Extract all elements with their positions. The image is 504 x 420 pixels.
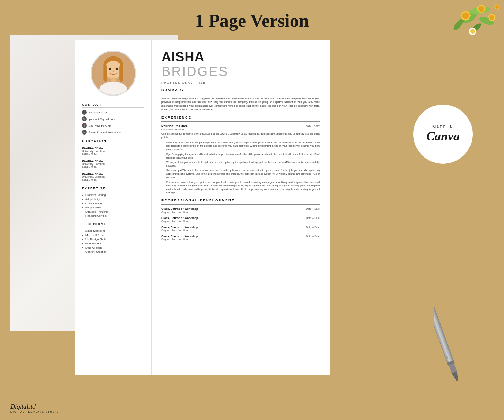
prof-dev-divider [161,204,320,205]
exp-bullet: Since many ATSs permit this because recr… [166,169,320,180]
watermark-subtitle: DIGITAL TEMPLATE STUDIO [10,411,59,413]
prof-dev-org: Organization, Location [161,229,320,232]
technical-skill-item: Content Creation [82,250,144,253]
prof-dev-row: Class, Course or Workshop Date – Date [161,207,320,211]
exp-dates-1: 2014 - 2017 [306,125,320,128]
education-section-title: EDUCATION [82,139,144,144]
edu-entry-1: DEGREE NAME University, Location 2010 – … [82,146,144,156]
edu-years-1: 2010 – 2014 [82,153,144,156]
prof-dev-course: Class, Course or Workshop [161,226,198,229]
technical-skill-item: Microsoft Excel [82,234,144,237]
contact-email-item: ✉ yourmail@gmail.com [82,116,144,121]
expertise-skill-item: Problem Solving [82,193,144,197]
resume-professional-title: PROFESSIONAL TITLE [161,81,320,84]
prof-dev-row: Class, Course or Workshop Date – Date [161,226,320,229]
prof-dev-entry-2: Class, Course or Workshop Date – Date Or… [161,216,320,223]
svg-point-19 [489,15,494,20]
experience-divider [161,121,320,122]
prof-dev-entry-3: Class, Course or Workshop Date – Date Or… [161,226,320,232]
svg-point-38 [105,61,122,79]
summary-text: The best resumes begin with a strong pit… [161,97,320,112]
technical-skill-item: UX Design Skills [82,238,144,241]
prof-dev-org: Organization, Location [161,238,320,241]
svg-point-24 [470,29,475,34]
exp-entry-1: Position Title Here 2014 - 2017 Company,… [161,124,320,195]
summary-divider [161,94,320,94]
exp-bullet: For instance, over a four-year period as… [166,181,320,195]
svg-rect-40 [119,65,123,82]
prof-dev-list: Class, Course or Workshop Date – Date Or… [161,207,320,241]
page-title: 1 Page Version [195,10,309,31]
prof-dev-row: Class, Course or Workshop Date – Date [161,216,320,220]
prof-dev-date: Date – Date [306,216,320,220]
contact-address-item: 📍 123 New York, NY [82,123,144,128]
edu-uni-3: University, Location [82,175,144,178]
experience-heading: EXPERIENCE [161,115,320,119]
svg-point-45 [113,70,114,72]
technical-skill-item: Data Analysis [82,246,144,249]
resume-document: CONTACT 📞 +1 555 555 555 ✉ yourmail@gmai… [75,40,330,375]
contact-section-title: CONTACT [82,103,144,108]
resume-sidebar: CONTACT 📞 +1 555 555 555 ✉ yourmail@gmai… [75,40,152,375]
pen-decoration [424,281,476,385]
edu-degree-1: DEGREE NAME [82,146,144,150]
prof-dev-course: Class, Course or Workshop [161,235,198,238]
edu-uni-1: University, Location [82,150,144,153]
edu-years-3: 2014 – 2018 [82,178,144,182]
expertise-skill-item: Handling Conflict [82,214,144,217]
location-icon: 📍 [82,123,87,128]
prof-dev-date: Date – Date [306,207,320,211]
prof-dev-row: Class, Course or Workshop Date – Date [161,235,320,238]
contact-address: 123 New York, NY [89,124,112,127]
svg-point-9 [462,12,469,19]
contact-email: yourmail@gmail.com [89,117,115,121]
summary-heading: SUMMARY [161,88,320,92]
edu-entry-3: DEGREE NAME University, Location 2014 – … [82,172,144,182]
exp-title-row: Position Title Here 2014 - 2017 [161,124,320,128]
phone-icon: 📞 [82,110,87,115]
prof-dev-org: Organization, Location [161,220,320,223]
prof-dev-entry-4: Class, Course or Workshop Date – Date Or… [161,235,320,241]
resume-name-last: BRIDGES [161,64,320,79]
contact-linkedin: Linkedin.com/in/username [89,131,121,134]
technical-section-title: TECHNICAL [82,222,144,227]
svg-marker-31 [452,372,460,382]
expertise-skill-item: Collaboration [82,202,144,205]
prof-dev-heading: PROFESSIONAL DEVELOPMENT [161,198,320,202]
canva-brand-label: Canva [426,129,460,144]
prof-dev-course: Class, Course or Workshop [161,207,198,211]
contact-phone-item: 📞 +1 555 555 555 [82,110,144,115]
edu-degree-3: DEGREE NAME [82,172,144,175]
svg-point-43 [109,68,111,70]
resume-name-first: AISHA [161,50,320,64]
expertise-list: Problem SolvingAdaptabilityCollaboration… [82,193,144,217]
prof-dev-org: Organization, Location [161,211,320,214]
technical-list: Email MarketingMicrosoft ExcelUX Design … [82,229,144,253]
exp-desc-1: Use this paragraph to give a short descr… [161,132,320,139]
prof-dev-date: Date – Date [306,235,320,238]
exp-bullet: When you tailor your resume to the job, … [166,161,320,168]
prof-dev-entry-1: Class, Course or Workshop Date – Date Or… [161,207,320,214]
contact-linkedin-item: in Linkedin.com/in/username [82,130,144,135]
prof-dev-date: Date – Date [306,226,320,229]
expertise-skill-item: Strategic Thinking [82,210,144,213]
exp-title-1: Position Title Here [161,124,187,128]
made-in-label: MADE IN [432,125,453,129]
resume-main-content: AISHA BRIDGES PROFESSIONAL TITLE SUMMARY… [152,40,330,375]
canva-badge: MADE IN Canva [413,105,473,164]
exp-bullets-1: Use strong action verbs in this paragrap… [161,141,320,195]
contact-phone: +1 555 555 555 [89,111,108,114]
edu-years-2: 2014 – 2018 [82,166,144,169]
profile-photo [91,51,136,96]
exp-bullet: If you're applying for a job in a differ… [166,153,320,160]
exp-company-1: Company, Location [161,128,320,131]
edu-uni-2: University, Location [82,162,144,166]
svg-rect-39 [103,65,107,82]
edu-entry-2: DEGREE NAME University, Location 2014 – … [82,159,144,169]
svg-point-28 [495,5,499,9]
technical-skill-item: Google Docs [82,242,144,245]
expertise-section-title: EXPERTISE [82,186,144,191]
email-icon: ✉ [82,116,87,121]
prof-dev-course: Class, Course or Workshop [161,216,198,220]
watermark-title: Digitalstd [10,403,59,411]
